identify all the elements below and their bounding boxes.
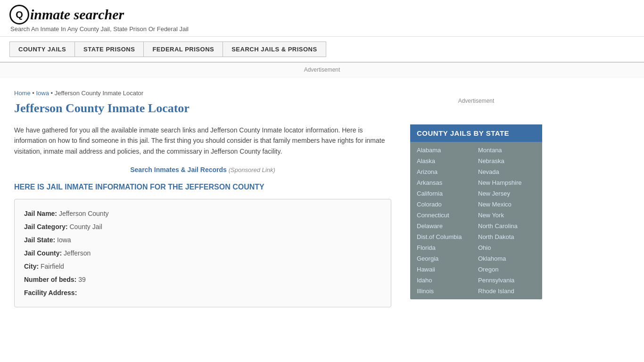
state-link[interactable]: New Hampshire (476, 177, 537, 188)
description: We have gathered for you all the availab… (14, 125, 391, 156)
state-link[interactable]: Arizona (415, 166, 476, 177)
county-jails-nav[interactable]: COUNTY JAILS (9, 41, 75, 57)
main-wrapper: Home • Iowa • Jefferson County Inmate Lo… (0, 77, 644, 321)
state-link[interactable]: California (415, 188, 476, 199)
state-link[interactable]: Connecticut (415, 210, 476, 221)
nav: COUNTY JAILS STATE PRISONS FEDERAL PRISO… (0, 37, 644, 63)
jail-county-label: Jail County: (24, 249, 62, 257)
jail-beds-row: Number of beds: 39 (24, 273, 381, 286)
state-link[interactable]: North Carolina (476, 221, 537, 231)
state-link[interactable]: Colorado (415, 199, 476, 210)
jail-city-value: Fairfield (41, 263, 64, 270)
jail-state-value: Iowa (57, 236, 71, 244)
section-header: HERE IS JAIL INMATE INFORMATION FOR THE … (14, 183, 391, 191)
state-link[interactable]: Florida (415, 242, 476, 253)
state-link[interactable]: Hawaii (415, 264, 476, 275)
jail-beds-label: Number of beds: (24, 276, 76, 283)
jail-category-row: Jail Category: County Jail (24, 220, 381, 233)
logo-brand-text: inmate searcher (30, 7, 124, 23)
jail-city-row: City: Fairfield (24, 260, 381, 273)
state-link[interactable]: New Jersey (476, 188, 537, 199)
jail-beds-value: 39 (78, 276, 86, 283)
jail-county-value: Jefferson (64, 249, 91, 257)
info-box: Jail Name: Jefferson County Jail Categor… (14, 199, 391, 307)
sponsored-link: Search Inmates & Jail Records (Sponsored… (14, 166, 391, 173)
state-link[interactable]: New Mexico (476, 199, 537, 210)
content: Home • Iowa • Jefferson County Inmate Lo… (0, 77, 405, 321)
state-link[interactable]: Idaho (415, 275, 476, 286)
sidebar-ad-label: Advertisement (458, 98, 495, 104)
jail-name-value: Jefferson County (59, 210, 109, 217)
sidebar-ad: Advertisement (410, 82, 542, 120)
state-link[interactable]: North Dakota (476, 231, 537, 242)
page-title: Jefferson County Inmate Locator (14, 101, 391, 118)
logo-area: Q inmate searcher (9, 5, 635, 25)
jail-address-label: Facility Address: (24, 289, 77, 296)
breadcrumb: Home • Iowa • Jefferson County Inmate Lo… (14, 90, 391, 97)
jail-address-row: Facility Address: (24, 286, 381, 299)
jail-category-value: County Jail (69, 223, 102, 230)
search-jails-nav[interactable]: SEARCH JAILS & PRISONS (223, 41, 326, 57)
county-jails-title: COUNTY JAILS BY STATE (410, 124, 542, 142)
ad-label: Advertisement (304, 66, 340, 73)
sidebar: Advertisement COUNTY JAILS BY STATE Alab… (405, 77, 547, 321)
logo-circle-icon: Q (9, 5, 29, 25)
states-col1: AlabamaAlaskaArizonaArkansasCaliforniaCo… (415, 145, 476, 296)
jail-category-label: Jail Category: (24, 223, 68, 230)
state-link[interactable]: Ohio (476, 242, 537, 253)
breadcrumb-home[interactable]: Home (14, 90, 31, 97)
header: Q inmate searcher Search An Inmate In An… (0, 0, 644, 37)
state-prisons-nav[interactable]: STATE PRISONS (75, 41, 144, 57)
tagline: Search An Inmate In Any County Jail, Sta… (9, 25, 635, 33)
federal-prisons-nav[interactable]: FEDERAL PRISONS (144, 41, 223, 57)
state-link[interactable]: Rhode Island (476, 286, 537, 296)
jail-state-label: Jail State: (24, 236, 55, 244)
jail-city-label: City: (24, 263, 39, 270)
jail-name-row: Jail Name: Jefferson County (24, 207, 381, 220)
breadcrumb-current: Jefferson County Inmate Locator (55, 90, 143, 97)
state-link[interactable]: Pennsylvania (476, 275, 537, 286)
ad-bar: Advertisement (0, 63, 644, 77)
state-link[interactable]: Nebraska (476, 156, 537, 166)
state-link[interactable]: Illinois (415, 286, 476, 296)
state-list: AlabamaAlaskaArizonaArkansasCaliforniaCo… (410, 142, 542, 299)
state-link[interactable]: Oregon (476, 264, 537, 275)
state-link[interactable]: Delaware (415, 221, 476, 231)
state-link[interactable]: Montana (476, 145, 537, 156)
state-link[interactable]: Arkansas (415, 177, 476, 188)
state-link[interactable]: Dist.of Columbia (415, 231, 476, 242)
county-jails-box: COUNTY JAILS BY STATE AlabamaAlaskaArizo… (410, 124, 542, 299)
sponsored-note: (Sponsored Link) (229, 166, 275, 173)
state-link[interactable]: Nevada (476, 166, 537, 177)
jail-state-row: Jail State: Iowa (24, 233, 381, 247)
state-link[interactable]: Alaska (415, 156, 476, 166)
jail-name-label: Jail Name: (24, 210, 57, 217)
jail-county-row: Jail County: Jefferson (24, 247, 381, 260)
breadcrumb-state[interactable]: Iowa (36, 90, 49, 97)
state-link[interactable]: Oklahoma (476, 253, 537, 264)
sponsored-link-anchor[interactable]: Search Inmates & Jail Records (130, 166, 227, 173)
state-link[interactable]: Georgia (415, 253, 476, 264)
breadcrumb-sep2: • (51, 90, 55, 97)
state-link[interactable]: New York (476, 210, 537, 221)
state-link[interactable]: Alabama (415, 145, 476, 156)
states-col2: MontanaNebraskaNevadaNew HampshireNew Je… (476, 145, 537, 296)
